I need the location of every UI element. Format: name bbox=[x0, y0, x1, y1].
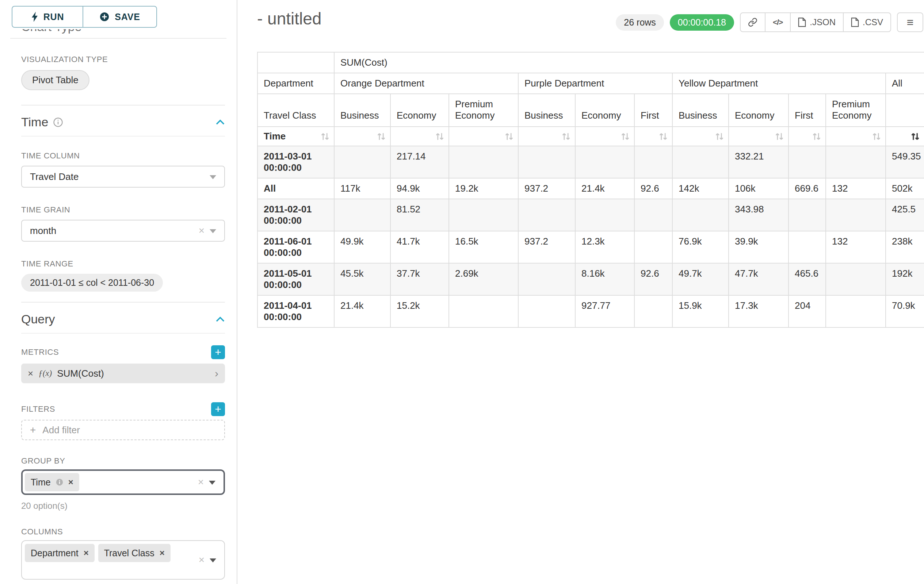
chart-header-controls: 26 rows 00:00:00.18 </> .JSON . bbox=[616, 9, 924, 32]
sort-icon[interactable] bbox=[505, 132, 513, 141]
sort-icon[interactable] bbox=[377, 132, 386, 141]
value-cell bbox=[826, 263, 886, 295]
sort-descending-icon[interactable] bbox=[911, 132, 920, 141]
metric-chip[interactable]: × ƒ(x) SUM(Cost) › bbox=[21, 364, 225, 383]
query-section-header[interactable]: Query bbox=[21, 303, 225, 334]
value-cell bbox=[826, 146, 886, 178]
sortable-column-header[interactable] bbox=[390, 127, 449, 146]
run-button[interactable]: RUN bbox=[12, 6, 82, 28]
sort-icon[interactable] bbox=[436, 132, 444, 141]
sort-icon[interactable] bbox=[321, 132, 330, 141]
time-range-label: TIME RANGE bbox=[21, 259, 225, 269]
sortable-column-header[interactable] bbox=[886, 127, 924, 146]
file-icon bbox=[798, 18, 806, 27]
sortable-column-header[interactable] bbox=[334, 127, 390, 146]
sortable-column-header[interactable] bbox=[672, 127, 729, 146]
travel-class-header: Economy bbox=[575, 94, 634, 127]
sortable-column-header[interactable] bbox=[634, 127, 672, 146]
time-column-select[interactable]: Travel Date bbox=[21, 166, 225, 188]
sortable-column-header[interactable] bbox=[826, 127, 886, 146]
visualization-type-pill[interactable]: Pivot Table bbox=[21, 70, 89, 90]
time-range-pill[interactable]: 2011-01-01 ≤ col < 2011-06-30 bbox=[21, 274, 163, 292]
add-filter-button[interactable]: + bbox=[211, 402, 225, 416]
time-grain-select[interactable]: month × bbox=[21, 220, 225, 242]
row-header: 2011-05-01 00:00:00 bbox=[257, 263, 334, 295]
selected-value-chip[interactable]: Time× bbox=[25, 473, 79, 491]
table-row: 2011-02-01 00:00:0081.52343.98425.5 bbox=[257, 199, 924, 231]
value-cell bbox=[334, 199, 390, 231]
sortable-column-header[interactable] bbox=[575, 127, 634, 146]
row-header: 2011-02-01 00:00:00 bbox=[257, 199, 334, 231]
add-filter-box[interactable]: + Add filter bbox=[21, 420, 225, 440]
value-cell: 76.9k bbox=[672, 231, 729, 263]
export-json-button[interactable]: .JSON bbox=[790, 12, 844, 32]
export-button-group: </> .JSON .CSV bbox=[740, 12, 891, 32]
time-grain-label: TIME GRAIN bbox=[21, 205, 225, 215]
add-metric-button[interactable]: + bbox=[211, 345, 225, 359]
columns-select[interactable]: Department×Travel Class× × bbox=[21, 540, 225, 580]
time-section-header[interactable]: Time bbox=[21, 105, 225, 137]
value-cell bbox=[518, 263, 575, 295]
travel-class-header: Business bbox=[672, 94, 729, 127]
clear-icon[interactable]: × bbox=[199, 225, 205, 236]
remove-icon[interactable]: × bbox=[160, 548, 165, 558]
value-cell: 70.9k bbox=[886, 295, 924, 327]
sort-icon[interactable] bbox=[775, 132, 784, 141]
chart-type-section-header[interactable]: Chart Type bbox=[21, 29, 225, 36]
remove-icon[interactable]: × bbox=[84, 548, 89, 558]
plus-icon: + bbox=[30, 424, 36, 436]
remove-icon[interactable]: × bbox=[68, 477, 73, 487]
page-title: - untitled bbox=[257, 9, 322, 28]
time-column-label: TIME COLUMN bbox=[21, 151, 225, 161]
value-cell: 15.2k bbox=[390, 295, 449, 327]
sort-icon[interactable] bbox=[659, 132, 668, 141]
hamburger-icon: ≡ bbox=[907, 16, 914, 29]
sortable-column-header[interactable] bbox=[518, 127, 575, 146]
add-filter-label: Add filter bbox=[42, 424, 80, 436]
value-cell: 81.52 bbox=[390, 199, 449, 231]
clear-icon[interactable]: × bbox=[199, 555, 205, 565]
value-cell bbox=[789, 231, 826, 263]
selected-value-chip[interactable]: Travel Class× bbox=[98, 544, 170, 562]
table-row: 2011-06-01 00:00:0049.9k41.7k16.5k937.21… bbox=[257, 231, 924, 263]
value-cell: 17.3k bbox=[729, 295, 789, 327]
menu-button[interactable]: ≡ bbox=[897, 12, 923, 32]
link-icon bbox=[748, 18, 757, 27]
sort-icon[interactable] bbox=[812, 132, 821, 141]
caret-down-icon bbox=[210, 175, 216, 179]
value-cell: 937.2 bbox=[518, 231, 575, 263]
department-group-header: Purple Department bbox=[518, 73, 672, 94]
sort-icon[interactable] bbox=[872, 132, 881, 141]
share-link-button[interactable] bbox=[740, 12, 766, 32]
sort-icon[interactable] bbox=[621, 132, 630, 141]
travel-class-header: Economy bbox=[390, 94, 449, 127]
sortable-column-header[interactable] bbox=[729, 127, 789, 146]
sortable-column-header[interactable] bbox=[789, 127, 826, 146]
save-button[interactable]: SAVE bbox=[82, 6, 157, 28]
collapse-chevron-up-icon[interactable] bbox=[216, 316, 225, 322]
metric-header: SUM(Cost) bbox=[334, 52, 924, 73]
view-query-button[interactable]: </> bbox=[765, 12, 791, 32]
value-cell: 117k bbox=[334, 178, 390, 199]
file-icon bbox=[851, 18, 859, 27]
value-cell: 106k bbox=[729, 178, 789, 199]
export-csv-button[interactable]: .CSV bbox=[843, 12, 891, 32]
remove-icon[interactable]: × bbox=[28, 368, 33, 379]
value-cell bbox=[826, 295, 886, 327]
travel-class-header: First bbox=[634, 94, 672, 127]
travel-class-header-row: Travel ClassBusinessEconomyPremium Econo… bbox=[257, 94, 924, 127]
value-cell: 45.5k bbox=[334, 263, 390, 295]
row-header: 2011-06-01 00:00:00 bbox=[257, 231, 334, 263]
value-cell bbox=[672, 146, 729, 178]
sort-icon[interactable] bbox=[562, 132, 571, 141]
time-row-header[interactable]: Time bbox=[257, 127, 334, 146]
group-by-select[interactable]: Time× × bbox=[21, 469, 225, 495]
sort-icon[interactable] bbox=[715, 132, 724, 141]
filters-label: FILTERS bbox=[21, 405, 55, 414]
clear-icon[interactable]: × bbox=[198, 477, 204, 487]
selected-value-chip[interactable]: Department× bbox=[25, 544, 95, 562]
value-cell: 465.6 bbox=[789, 263, 826, 295]
sortable-column-header[interactable] bbox=[449, 127, 518, 146]
table-row: 2011-05-01 00:00:0045.5k37.7k2.69k8.16k9… bbox=[257, 263, 924, 295]
collapse-chevron-up-icon[interactable] bbox=[216, 119, 225, 125]
